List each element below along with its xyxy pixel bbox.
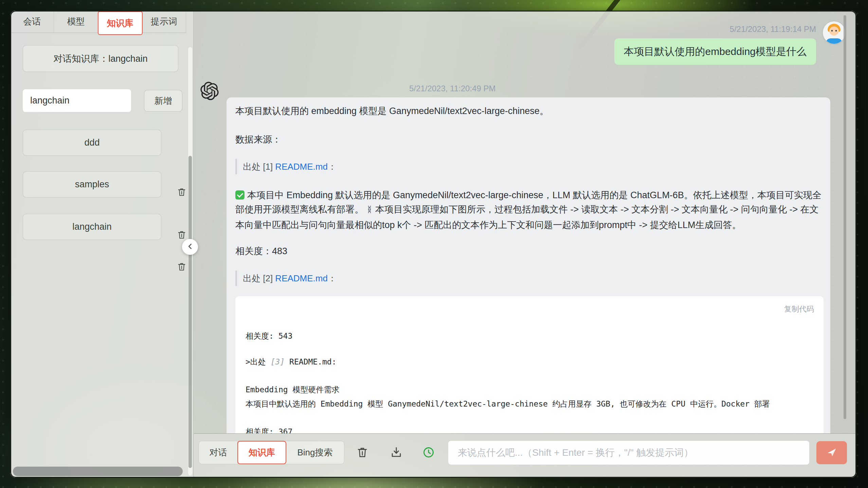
sidebar-collapse-button[interactable] [182, 239, 198, 255]
chevron-left-icon [186, 242, 195, 252]
quote-bar [235, 270, 237, 286]
code-block: 复制代码 相关度: 543 >出处 [3] README.md: Embeddi… [235, 296, 824, 433]
assistant-paragraph: 数据来源： [235, 133, 824, 146]
kb-item-samples[interactable]: samples [23, 171, 161, 198]
download-icon[interactable] [390, 446, 403, 459]
assistant-message-timestamp: 5/21/2023, 11:20:49 PM [409, 84, 495, 93]
sidebar-tabs: 会话 模型 知识库 提示词 [10, 11, 186, 33]
mode-chat[interactable]: 对话 [199, 441, 238, 464]
assistant-paragraph: 本项目中 Embedding 默认选用的是 GanymedeNil/text2v… [235, 188, 824, 232]
dna-icon [365, 204, 374, 218]
copy-code-button[interactable]: 复制代码 [246, 302, 814, 316]
desktop-background: 会话 模型 知识库 提示词 对话知识库：langchain 新增 ddd sam… [0, 0, 868, 488]
kb-item-langchain[interactable]: langchain [23, 214, 161, 240]
source-quote-1: 出处 [1] README.md： [235, 159, 824, 174]
kb-item-ddd[interactable]: ddd [23, 130, 161, 156]
mode-switch: 对话 知识库 Bing搜索 [199, 441, 344, 464]
readme-link[interactable]: README.md [275, 273, 328, 283]
app-window: 会话 模型 知识库 提示词 对话知识库：langchain 新增 ddd sam… [10, 11, 856, 478]
readme-link[interactable]: README.md [275, 162, 328, 172]
mode-knowledge-base[interactable]: 知识库 [237, 441, 286, 464]
mode-bing-search[interactable]: Bing搜索 [286, 441, 344, 464]
input-toolbar: 对话 知识库 Bing搜索 [194, 433, 856, 478]
source-quote-2: 出处 [2] README.md： [235, 270, 824, 286]
send-button[interactable] [816, 441, 847, 464]
chat-vertical-scrollbar[interactable] [844, 15, 846, 419]
assistant-message-bubble: 本项目默认使用的 embedding 模型是 GanymedeNil/text2… [227, 97, 830, 433]
sidebar: 会话 模型 知识库 提示词 对话知识库：langchain 新增 ddd sam… [10, 11, 194, 478]
code-line: 相关度: 367 [246, 427, 814, 433]
relevance-score: 相关度：483 [235, 244, 824, 258]
tab-prompts[interactable]: 提示词 [142, 11, 186, 33]
trash-icon[interactable] [177, 187, 187, 198]
current-knowledge-base-label: 对话知识库：langchain [23, 45, 178, 72]
code-line: >出处 [3] README.md: [246, 357, 814, 367]
user-message-timestamp: 5/21/2023, 11:19:14 PM [730, 24, 816, 34]
openai-logo-icon [200, 82, 219, 100]
chat-area: 5/21/2023, 11:19:14 PM 本项目默认使用的embedding… [194, 11, 856, 478]
clear-conversation-trash-icon[interactable] [356, 446, 369, 459]
assistant-paragraph: 本项目默认使用的 embedding 模型是 GanymedeNil/text2… [235, 104, 824, 118]
paper-plane-icon [826, 446, 838, 459]
code-line: Embedding 模型硬件需求 [246, 384, 814, 395]
trash-icon[interactable] [177, 261, 187, 272]
sidebar-vertical-scrollbar[interactable] [188, 47, 192, 475]
tab-models[interactable]: 模型 [54, 11, 98, 33]
check-icon [235, 190, 245, 200]
user-message-bubble: 本项目默认使用的embedding模型是什么 [614, 38, 816, 65]
scrollbar-thumb[interactable] [188, 156, 192, 468]
tab-knowledge-base[interactable]: 知识库 [98, 11, 143, 35]
sidebar-horizontal-scrollbar[interactable] [13, 467, 183, 476]
quote-bar [235, 159, 237, 174]
history-clock-icon[interactable] [422, 446, 436, 459]
code-line: 相关度: 543 [246, 331, 814, 341]
messages-scroll-area: 5/21/2023, 11:19:14 PM 本项目默认使用的embedding… [194, 11, 856, 433]
trash-icon[interactable] [177, 229, 187, 240]
code-line: 本项目中默认选用的 Embedding 模型 GanymedeNil/text2… [246, 399, 814, 409]
tab-conversations[interactable]: 会话 [10, 11, 54, 33]
user-avatar [823, 21, 845, 44]
knowledge-base-name-input[interactable] [23, 89, 131, 112]
message-input[interactable] [448, 441, 809, 465]
add-knowledge-base-button[interactable]: 新增 [144, 90, 182, 112]
